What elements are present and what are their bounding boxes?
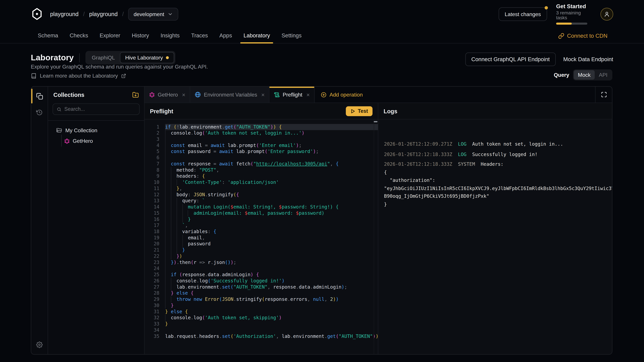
mode-option-graphiql[interactable]: GraphiQL (87, 52, 120, 63)
query-mode-api[interactable]: API (595, 70, 612, 80)
breadcrumb-project[interactable]: playground (89, 11, 118, 17)
nav-item-insights[interactable]: Insights (155, 28, 186, 43)
user-icon (604, 11, 610, 17)
query-mode-segment: Mock API (573, 69, 612, 80)
close-icon[interactable]: × (182, 92, 185, 97)
collections-tree: My Collection GetHero (48, 121, 144, 146)
code-line: 28 } else { (144, 290, 378, 296)
tab-label: Preflight (283, 91, 302, 98)
connect-to-cdn-link[interactable]: Connect to CDN (558, 28, 608, 43)
logs-header: Logs (378, 103, 612, 119)
nav-item-traces[interactable]: Traces (185, 28, 214, 43)
tab-environment-variables[interactable]: Environment Variables× (190, 87, 270, 103)
target-selector[interactable]: development (128, 7, 178, 20)
code-line: 4 const email = await lab.prompt('Enter … (144, 142, 378, 149)
mode-option-hive-laboratory[interactable]: Hive Laboratory (120, 52, 174, 63)
line-number: 7 (144, 161, 165, 167)
status-dot (166, 56, 168, 59)
close-icon[interactable]: × (261, 92, 265, 97)
code-line: 16 } (144, 216, 378, 223)
history-icon (36, 109, 43, 116)
line-number: 3 (144, 136, 165, 142)
code-line: 9 headers: { (144, 173, 378, 179)
code-line: 20 password (144, 241, 378, 247)
nav-item-checks[interactable]: Checks (64, 28, 94, 43)
line-number: 6 (144, 155, 165, 161)
learn-more-label: Learn more about the Laboratory (40, 72, 118, 79)
test-button[interactable]: Test (346, 106, 373, 116)
nav-item-history[interactable]: History (126, 28, 155, 43)
gear-icon (36, 342, 43, 348)
nav-item-schema[interactable]: Schema (32, 28, 64, 43)
folder-plus-icon[interactable] (132, 91, 139, 98)
notification-dot (544, 6, 548, 9)
collections-search[interactable] (52, 103, 140, 115)
query-mode-mock[interactable]: Mock (574, 70, 595, 80)
main-nav: SchemaChecksExplorerHistoryInsightsTrace… (0, 28, 644, 43)
code-line: 32 console.log('Auth token set, skipping… (144, 315, 378, 321)
breadcrumb-org[interactable]: playground (50, 11, 79, 17)
nav-item-laboratory[interactable]: Laboratory (238, 28, 276, 43)
breadcrumb: playground / playground / development (31, 7, 178, 20)
nav-item-explorer[interactable]: Explorer (94, 28, 126, 43)
lab-mode-toggle: GraphiQL Hive Laboratory (86, 51, 175, 64)
script-icon (274, 92, 280, 97)
line-number: 13 (144, 198, 165, 204)
latest-changes-button[interactable]: Latest changes (498, 7, 547, 21)
operation-item-gethero[interactable]: GetHero (62, 136, 144, 146)
divider (80, 53, 80, 62)
tab-gethero[interactable]: GetHero× (144, 87, 190, 103)
log-detail-line: { (384, 168, 612, 176)
learn-more-link[interactable]: Learn more about the Laboratory (31, 72, 126, 79)
code-line: 30 } (144, 303, 378, 309)
mock-data-endpoint-button[interactable]: Mock Data Endpoint (563, 56, 613, 62)
active-rail-indicator (31, 89, 32, 103)
page-description: Explore your GraphQL schema and run quer… (31, 64, 208, 70)
code-line: 35lab.request.headers.set('Authorization… (144, 333, 378, 340)
page-title: Laboratory (31, 53, 74, 62)
top-bar-right: Latest changes Get Started 3 remaining t… (498, 3, 613, 25)
code-line: 33} (144, 321, 378, 327)
close-icon[interactable]: × (306, 92, 310, 97)
collection-folder-label: My Collection (65, 127, 97, 133)
line-number: 34 (144, 327, 165, 333)
code-line: 8 method: "POST", (144, 167, 378, 173)
code-line: 17 `, (144, 222, 378, 229)
search-input[interactable] (64, 106, 136, 112)
fullscreen-button[interactable] (595, 87, 612, 103)
code-line: 18 variables: { (144, 229, 378, 235)
book-icon (31, 73, 36, 79)
code-line: 24 (144, 266, 378, 272)
operation-tabbar: GetHero×Environment Variables×Preflight×… (144, 87, 612, 103)
collection-folder[interactable]: My Collection (48, 126, 144, 135)
user-avatar[interactable] (600, 7, 613, 20)
history-rail-button[interactable] (34, 107, 45, 118)
breadcrumb-separator: / (122, 11, 124, 17)
code-line: 31} else { (144, 309, 378, 315)
line-number: 27 (144, 284, 165, 290)
line-number: 16 (144, 216, 165, 223)
folder-open-icon (56, 127, 62, 133)
add-operation-label: Add operation (330, 91, 363, 98)
connect-graphql-endpoint-button[interactable]: Connect GraphQL API Endpoint (465, 52, 556, 66)
preflight-code-editor[interactable]: 1if (!lab.environment.get("AUTH_TOKEN"))… (144, 119, 378, 354)
code-line: 26 console.log('Successfully logged in!'… (144, 278, 378, 284)
nav-item-apps[interactable]: Apps (214, 28, 238, 43)
line-number: 8 (144, 167, 165, 173)
graphql-icon (149, 92, 155, 97)
code-line: 2 console.log('Auth token not set, loggi… (144, 130, 378, 136)
code-line: 3 (144, 136, 378, 142)
settings-rail-button[interactable] (34, 339, 45, 350)
collections-rail-button[interactable] (34, 91, 45, 101)
tab-preflight[interactable]: Preflight× (270, 87, 314, 103)
add-operation-button[interactable]: Add operation (321, 87, 363, 103)
line-number: 24 (144, 266, 165, 272)
nav-item-settings[interactable]: Settings (276, 28, 307, 43)
code-line: 34 (144, 327, 378, 333)
editor-scrollbar-thumb[interactable] (374, 121, 378, 122)
log-entry: 2026-01-26T12:12:09.271Z LOG Auth token … (384, 140, 612, 148)
line-number: 35 (144, 333, 165, 340)
line-number: 12 (144, 192, 165, 198)
query-label: Query (554, 72, 569, 78)
get-started-widget[interactable]: Get Started 3 remaining tasks (556, 3, 592, 25)
